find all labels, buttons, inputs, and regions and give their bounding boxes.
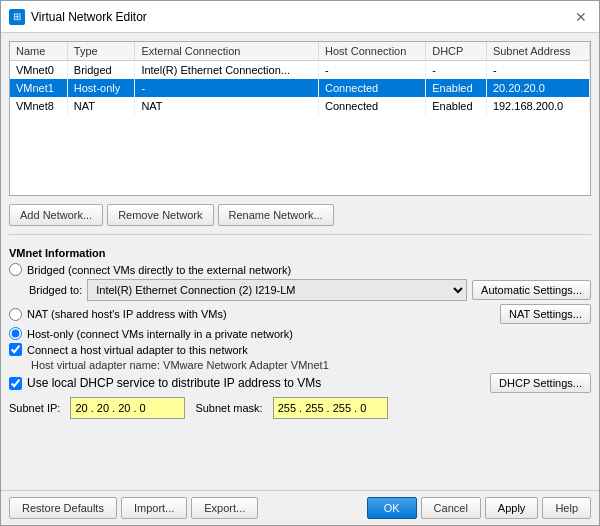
import-button[interactable]: Import...	[121, 497, 187, 519]
help-button[interactable]: Help	[542, 497, 591, 519]
auto-settings-button[interactable]: Automatic Settings...	[472, 280, 591, 300]
dhcp-checkbox-label[interactable]: Use local DHCP service to distribute IP …	[27, 376, 321, 390]
title-bar: ⊞ Virtual Network Editor ✕	[1, 1, 599, 33]
cancel-button[interactable]: Cancel	[421, 497, 481, 519]
col-type: Type	[67, 42, 135, 61]
nat-radio[interactable]	[9, 308, 22, 321]
subnet-ip-label: Subnet IP:	[9, 402, 60, 414]
restore-defaults-button[interactable]: Restore Defaults	[9, 497, 117, 519]
table-row[interactable]: VMnet8NATNATConnectedEnabled192.168.200.…	[10, 97, 590, 115]
nat-settings-button[interactable]: NAT Settings...	[500, 304, 591, 324]
vmnet-info-section: VMnet Information Bridged (connect VMs d…	[9, 247, 591, 419]
bottom-right-buttons: OK Cancel Apply Help	[367, 497, 591, 519]
virtual-network-editor-window: ⊞ Virtual Network Editor ✕ Name Type Ext…	[0, 0, 600, 526]
table-cell: VMnet1	[10, 79, 67, 97]
bridged-radio-row: Bridged (connect VMs directly to the ext…	[9, 263, 591, 276]
dhcp-checkbox[interactable]	[9, 377, 22, 390]
table-cell: Connected	[319, 97, 426, 115]
host-only-radio[interactable]	[9, 327, 22, 340]
bottom-bar: Restore Defaults Import... Export... OK …	[1, 490, 599, 525]
connect-adapter-checkbox[interactable]	[9, 343, 22, 356]
nat-row: NAT (shared host's IP address with VMs) …	[9, 304, 591, 324]
bridged-radio-label[interactable]: Bridged (connect VMs directly to the ext…	[27, 264, 291, 276]
host-only-radio-row: Host-only (connect VMs internally in a p…	[9, 327, 591, 340]
bridged-radio[interactable]	[9, 263, 22, 276]
window-title: Virtual Network Editor	[31, 10, 147, 24]
add-network-button[interactable]: Add Network...	[9, 204, 103, 226]
table-cell: VMnet8	[10, 97, 67, 115]
apply-button[interactable]: Apply	[485, 497, 539, 519]
nat-radio-label[interactable]: NAT (shared host's IP address with VMs)	[27, 308, 227, 320]
col-host: Host Connection	[319, 42, 426, 61]
col-external: External Connection	[135, 42, 319, 61]
connect-adapter-label[interactable]: Connect a host virtual adapter to this n…	[27, 344, 248, 356]
bridged-to-row: Bridged to: Intel(R) Ethernet Connection…	[29, 279, 591, 301]
table-header-row: Name Type External Connection Host Conne…	[10, 42, 590, 61]
table-cell: NAT	[135, 97, 319, 115]
bridged-to-label: Bridged to:	[29, 284, 82, 296]
ok-button[interactable]: OK	[367, 497, 417, 519]
subnet-mask-input[interactable]	[273, 397, 388, 419]
separator	[9, 234, 591, 235]
host-only-radio-label[interactable]: Host-only (connect VMs internally in a p…	[27, 328, 293, 340]
table-cell: -	[319, 61, 426, 80]
table-cell: -	[486, 61, 589, 80]
bridged-to-select[interactable]: Intel(R) Ethernet Connection (2) I219-LM	[87, 279, 467, 301]
table-cell: 192.168.200.0	[486, 97, 589, 115]
table-row[interactable]: VMnet0BridgedIntel(R) Ethernet Connectio…	[10, 61, 590, 80]
remove-network-button[interactable]: Remove Network	[107, 204, 213, 226]
network-table: Name Type External Connection Host Conne…	[10, 42, 590, 115]
vmnet-info-title: VMnet Information	[9, 247, 591, 259]
bottom-left-buttons: Restore Defaults Import... Export...	[9, 497, 258, 519]
table-cell: -	[426, 61, 487, 80]
table-cell: 20.20.20.0	[486, 79, 589, 97]
connect-adapter-row: Connect a host virtual adapter to this n…	[9, 343, 591, 356]
table-cell: Bridged	[67, 61, 135, 80]
table-cell: VMnet0	[10, 61, 67, 80]
table-row[interactable]: VMnet1Host-only-ConnectedEnabled20.20.20…	[10, 79, 590, 97]
subnet-mask-label: Subnet mask:	[195, 402, 262, 414]
export-button[interactable]: Export...	[191, 497, 258, 519]
table-cell: -	[135, 79, 319, 97]
table-cell: NAT	[67, 97, 135, 115]
col-subnet: Subnet Address	[486, 42, 589, 61]
main-content: Name Type External Connection Host Conne…	[1, 33, 599, 490]
table-cell: Host-only	[67, 79, 135, 97]
table-cell: Connected	[319, 79, 426, 97]
subnet-ip-input[interactable]	[70, 397, 185, 419]
col-name: Name	[10, 42, 67, 61]
network-table-container: Name Type External Connection Host Conne…	[9, 41, 591, 196]
dhcp-row: Use local DHCP service to distribute IP …	[9, 373, 591, 393]
network-action-buttons: Add Network... Remove Network Rename Net…	[9, 204, 591, 226]
adapter-name-label: Host virtual adapter name: VMware Networ…	[31, 359, 591, 371]
table-cell: Enabled	[426, 79, 487, 97]
close-button[interactable]: ✕	[571, 7, 591, 27]
rename-network-button[interactable]: Rename Network...	[218, 204, 334, 226]
dhcp-settings-button[interactable]: DHCP Settings...	[490, 373, 591, 393]
subnet-row: Subnet IP: Subnet mask:	[9, 397, 591, 419]
app-icon: ⊞	[9, 9, 25, 25]
col-dhcp: DHCP	[426, 42, 487, 61]
table-cell: Enabled	[426, 97, 487, 115]
table-cell: Intel(R) Ethernet Connection...	[135, 61, 319, 80]
